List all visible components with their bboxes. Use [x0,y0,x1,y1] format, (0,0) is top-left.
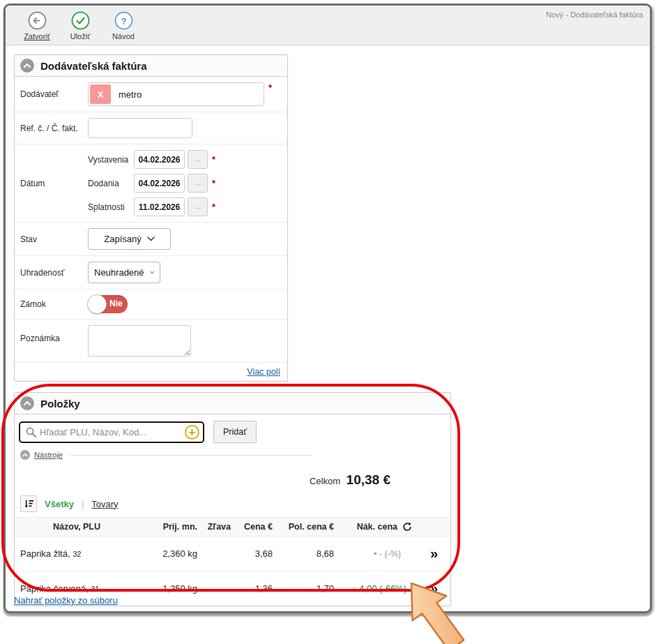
note-label: Poznámka [20,325,88,343]
refresh-icon[interactable] [402,522,412,532]
date-issued-label: Vystavenia [88,155,134,165]
sort-button[interactable] [20,495,37,512]
required-marker: * [212,154,215,165]
divider [70,455,312,456]
paid-row: Uhradenosť Neuhradené [15,256,287,290]
collapse-tools-icon[interactable] [20,450,30,460]
help-button-label: Návod [112,32,135,40]
search-icon [25,426,37,438]
paid-select[interactable]: Neuhradené [88,262,160,283]
date-delivery-label: Dodania [88,179,134,188]
item-search-box: + [19,421,204,443]
date-fields: Vystavenia ... * Dodania ... * Splatnost… [88,150,215,216]
collapse-section-icon[interactable] [20,59,34,73]
total-label: Celkom [310,476,340,486]
item-plu: 31 [91,585,99,593]
items-table-header: Názov, PLU Prij. mn. Zľava Cena € Pol. c… [15,517,450,537]
paid-label: Uhradenosť [20,268,88,278]
column-header-line-total[interactable]: Pol. cena € [277,522,338,532]
expand-row-icon[interactable]: » [416,581,450,597]
column-header-discount[interactable]: Zľava [202,522,235,532]
items-panel: Položky + Pridať Nástroje Celkom [14,392,451,606]
paid-value: Neuhradené [94,267,144,278]
help-button[interactable]: ? Návod [109,11,138,40]
tools-link[interactable]: Nástroje [34,451,63,459]
supplier-clear-button[interactable]: X [90,84,111,104]
column-header-qty[interactable]: Prij. mn. [139,522,202,532]
column-header-purchase-price[interactable]: Nák. cena [338,522,416,532]
lock-label: Zámok [20,299,88,309]
lock-toggle[interactable]: Nie [88,295,128,313]
date-due-label: Splatnosti [88,202,134,212]
column-header-price[interactable]: Cena € [235,522,277,532]
date-due-input[interactable] [134,197,185,216]
form-footer-row: Viac polí [15,363,287,381]
check-icon [71,11,90,30]
table-row[interactable]: Paprika žltá, 32 2,360 kg 3,68 8,68 • - … [15,537,450,571]
date-due-picker-button[interactable]: ... [188,197,208,216]
tools-row: Nástroje [15,449,450,465]
supplier-value: metro [112,89,142,100]
total-row: Celkom 10,38 € [15,465,450,492]
item-name: Paprika žltá, 32 [15,548,139,559]
item-price: 1,36 [235,583,277,594]
window-title: Nový - Dodávateľská faktúra [546,10,643,19]
save-button-label: Uložiť [70,32,91,40]
toggle-knob [87,294,107,314]
tab-goods[interactable]: Tovary [91,499,118,509]
lock-toggle-value: Nie [109,299,123,308]
trend-down-icon: ↓ [352,583,357,594]
invoice-form-title: Dodávateľská faktúra [40,60,147,72]
status-label: Stav [20,234,88,244]
note-textarea[interactable] [88,325,191,357]
question-icon: ? [114,11,133,30]
chevron-down-icon [150,270,154,275]
column-header-name[interactable]: Názov, PLU [15,522,139,532]
tab-separator: | [82,499,84,509]
svg-text:?: ? [121,16,126,27]
tab-all[interactable]: Všetky [45,499,74,509]
item-search-input[interactable] [37,427,185,437]
item-line-total: 1,70 [277,583,338,594]
total-value: 10,38 € [347,472,390,487]
date-issued-input[interactable] [134,150,185,169]
invoice-form-panel: Dodávateľská faktúra Dodávateľ X metro *… [14,54,288,382]
upload-items-link[interactable]: Nahrať položky zo súboru [14,595,118,606]
items-header: Položky [15,393,450,414]
ref-label: Ref. č. / Č. fakt. [20,123,88,133]
quick-add-icon[interactable]: + [185,425,199,440]
item-qty: 2,360 kg [139,548,202,559]
note-row: Poznámka [15,320,287,363]
date-delivery-picker-button[interactable]: ... [188,174,208,193]
add-item-button[interactable]: Pridať [213,421,257,443]
status-row: Stav Zapísaný [15,223,287,256]
save-button[interactable]: Uložiť [66,11,95,40]
more-fields-link[interactable]: Viac polí [247,367,280,377]
item-price: 3,68 [235,548,277,559]
date-issued-picker-button[interactable]: ... [188,150,208,169]
required-marker: * [212,202,215,212]
date-row: Dátum Vystavenia ... * Dodania ... * Spl… [15,144,287,223]
item-purchase-price: • - (-%) [338,549,416,559]
status-select[interactable]: Zapísaný [88,228,171,250]
item-plu: 32 [73,550,81,558]
item-line-total: 8,68 [277,548,338,559]
expand-row-icon[interactable]: » [416,546,450,562]
supplier-label: Dodávateľ [20,89,88,99]
lock-row: Zámok Nie [15,290,287,320]
date-delivery-row: Dodania ... * [88,174,215,193]
status-value: Zapísaný [104,234,141,244]
date-label: Dátum [20,179,88,188]
ref-input[interactable] [88,118,192,138]
required-marker: * [268,82,272,93]
required-marker: * [212,178,215,188]
screenshot-root: Zatvoriť Uložiť ? Návod Nový - Dodávateľ… [0,0,661,644]
date-delivery-input[interactable] [134,174,185,193]
close-button[interactable]: Zatvoriť [22,11,52,40]
supplier-input[interactable]: X metro [88,82,264,106]
items-tabs-row: Všetky | Tovary [15,492,450,517]
back-arrow-icon [28,11,47,30]
supplier-row: Dodávateľ X metro * [15,77,287,112]
item-name: Paprika červená, 31 [15,583,139,594]
collapse-section-icon[interactable] [20,396,34,410]
